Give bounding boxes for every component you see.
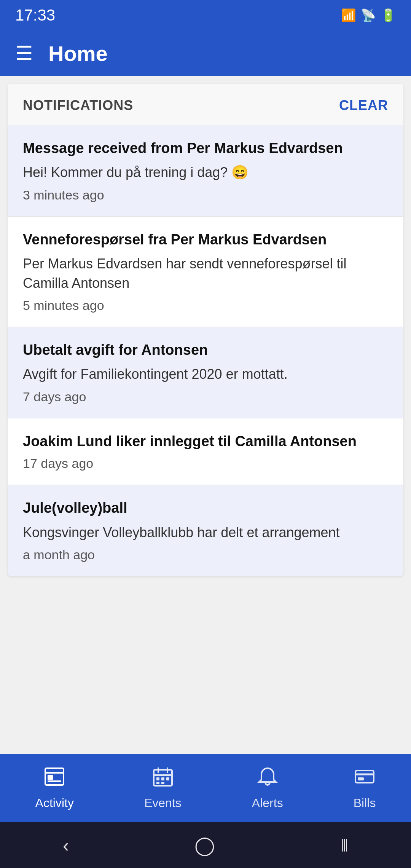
app-title: Home <box>48 41 108 66</box>
notification-body: Hei! Kommer du på trening i dag? 😄 <box>23 163 388 182</box>
notifications-title: NOTIFICATIONS <box>23 97 133 113</box>
svg-rect-13 <box>355 771 374 783</box>
activity-icon <box>44 766 65 792</box>
nav-label-activity: Activity <box>35 796 74 810</box>
notification-body: Kongsvinger Volleyballklubb har delt et … <box>23 523 388 542</box>
svg-rect-8 <box>156 777 159 780</box>
notification-title: Jule(volley)ball <box>23 499 388 517</box>
status-icons: 📶 📡 🔋 <box>341 8 396 22</box>
notification-title: Ubetalt avgift for Antonsen <box>23 341 388 359</box>
status-time: 17:33 <box>15 6 55 24</box>
nav-item-alerts[interactable]: Alerts <box>252 766 283 810</box>
nav-label-bills: Bills <box>354 796 376 810</box>
alerts-icon <box>257 766 278 792</box>
bottom-nav: Activity Events Alerts <box>0 754 411 822</box>
notification-body: Per Markus Edvardsen har sendt vennefore… <box>23 254 388 293</box>
home-button[interactable]: ◯ <box>194 834 215 856</box>
notification-item[interactable]: Ubetalt avgift for AntonsenAvgift for Fa… <box>8 327 403 418</box>
main-content: NOTIFICATIONS CLEAR Message received fro… <box>0 84 411 731</box>
signal-icon: 📡 <box>361 8 376 22</box>
app-bar: ☰ Home <box>0 30 411 76</box>
status-bar: 17:33 📶 📡 🔋 <box>0 0 411 30</box>
hamburger-icon[interactable]: ☰ <box>15 42 33 65</box>
nav-item-activity[interactable]: Activity <box>35 766 74 810</box>
svg-rect-12 <box>161 782 164 784</box>
notification-title: Message received from Per Markus Edvards… <box>23 139 388 158</box>
notification-time: 5 minutes ago <box>23 298 388 313</box>
svg-rect-3 <box>48 780 61 782</box>
svg-rect-15 <box>358 777 364 780</box>
notification-item[interactable]: Message received from Per Markus Edvards… <box>8 125 403 216</box>
notification-item[interactable]: Venneforespørsel fra Per Markus Edvardse… <box>8 216 403 327</box>
notification-title: Venneforespørsel fra Per Markus Edvardse… <box>23 230 388 249</box>
notification-title: Joakim Lund liker innlegget til Camilla … <box>23 432 388 451</box>
notification-time: 7 days ago <box>23 389 388 404</box>
notifications-list: Message received from Per Markus Edvards… <box>8 125 403 576</box>
nav-item-bills[interactable]: Bills <box>354 766 376 810</box>
bills-icon <box>354 766 375 792</box>
nav-label-alerts: Alerts <box>252 796 283 810</box>
notifications-card: NOTIFICATIONS CLEAR Message received fro… <box>8 84 403 576</box>
svg-rect-11 <box>156 782 159 784</box>
events-icon <box>152 766 174 792</box>
nav-label-events: Events <box>144 796 182 810</box>
notification-item[interactable]: Jule(volley)ballKongsvinger Volleyballkl… <box>8 485 403 576</box>
system-nav: ‹ ◯ ⦀ <box>0 822 411 868</box>
notification-body: Avgift for Familiekontingent 2020 er mot… <box>23 365 388 384</box>
notification-time: 17 days ago <box>23 456 388 471</box>
nav-item-events[interactable]: Events <box>144 766 182 810</box>
notifications-header: NOTIFICATIONS CLEAR <box>8 84 403 125</box>
back-button[interactable]: ‹ <box>63 835 69 856</box>
battery-icon: 🔋 <box>381 8 396 22</box>
wifi-icon: 📶 <box>341 8 356 22</box>
notification-time: 3 minutes ago <box>23 188 388 203</box>
svg-rect-2 <box>48 775 53 780</box>
svg-rect-10 <box>166 777 169 780</box>
svg-rect-9 <box>161 777 164 780</box>
recents-button[interactable]: ⦀ <box>341 834 348 856</box>
clear-button[interactable]: CLEAR <box>339 97 388 113</box>
notification-time: a month ago <box>23 547 388 562</box>
notification-item[interactable]: Joakim Lund liker innlegget til Camilla … <box>8 418 403 485</box>
